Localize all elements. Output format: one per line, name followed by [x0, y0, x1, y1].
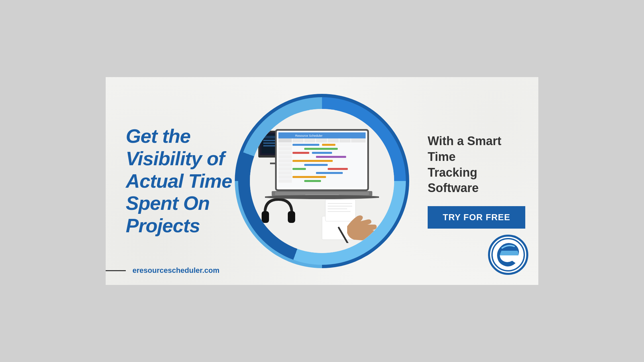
svg-rect-26: [278, 147, 292, 150]
svg-rect-25: [322, 144, 335, 146]
sub-headline-line1: With a Smart Time: [428, 134, 501, 164]
svg-rect-29: [292, 152, 309, 154]
website-bar: eresourcescheduler.com: [106, 266, 219, 275]
svg-rect-40: [278, 171, 292, 175]
svg-rect-32: [316, 156, 346, 158]
brand-logo: [488, 235, 528, 275]
sub-headline-line2: Tracking Software: [428, 166, 479, 195]
center-circle: Resource Scheduler: [235, 94, 409, 268]
svg-rect-38: [292, 168, 306, 170]
cta-button[interactable]: TRY FOR FREE: [428, 206, 525, 229]
svg-rect-31: [278, 155, 292, 159]
svg-rect-33: [278, 159, 292, 163]
headline-line5: Projects: [126, 215, 200, 236]
svg-rect-39: [328, 168, 348, 170]
laptop-scene: Resource Scheduler: [250, 109, 394, 253]
svg-rect-30: [312, 152, 332, 154]
circle-outer-ring: Resource Scheduler: [235, 94, 409, 268]
headline-line4: Spent On: [126, 192, 210, 214]
svg-rect-37: [278, 167, 292, 171]
ad-banner: Get the Visibility of Actual Time Spent …: [106, 77, 538, 285]
logo-svg: [491, 238, 525, 272]
svg-rect-17: [292, 138, 304, 142]
sub-headline: With a Smart Time Tracking Software: [428, 133, 528, 196]
svg-rect-36: [304, 164, 328, 166]
svg-rect-51: [325, 199, 356, 221]
left-text-section: Get the Visibility of Actual Time Spent …: [106, 112, 247, 250]
svg-rect-27: [304, 148, 338, 150]
hand-icon: [320, 196, 381, 243]
svg-rect-20: [328, 138, 339, 142]
svg-rect-23: [278, 143, 292, 146]
svg-rect-28: [278, 151, 292, 155]
svg-rect-21: [339, 138, 351, 142]
main-headline: Get the Visibility of Actual Time Spent …: [126, 125, 233, 237]
svg-rect-19: [316, 138, 327, 142]
svg-rect-18: [304, 138, 315, 142]
svg-text:Resource Scheduler: Resource Scheduler: [295, 134, 323, 137]
circle-content: Resource Scheduler: [250, 109, 394, 253]
circle-inner-ring: Resource Scheduler: [238, 97, 406, 265]
headline-line3: Actual Time: [126, 170, 232, 192]
svg-rect-16: [278, 138, 292, 142]
svg-rect-43: [292, 176, 326, 178]
svg-rect-45: [304, 180, 321, 182]
headline-line1: Get the: [126, 125, 191, 147]
svg-rect-24: [292, 144, 319, 146]
svg-rect-35: [278, 163, 292, 167]
svg-rect-22: [351, 138, 366, 142]
svg-rect-41: [316, 172, 343, 174]
website-url: eresourcescheduler.com: [132, 266, 219, 275]
svg-rect-34: [292, 160, 333, 162]
svg-rect-44: [278, 179, 292, 183]
website-line-divider: [106, 270, 126, 271]
headline-line2: Visibility of: [126, 147, 224, 169]
svg-rect-42: [278, 175, 292, 179]
